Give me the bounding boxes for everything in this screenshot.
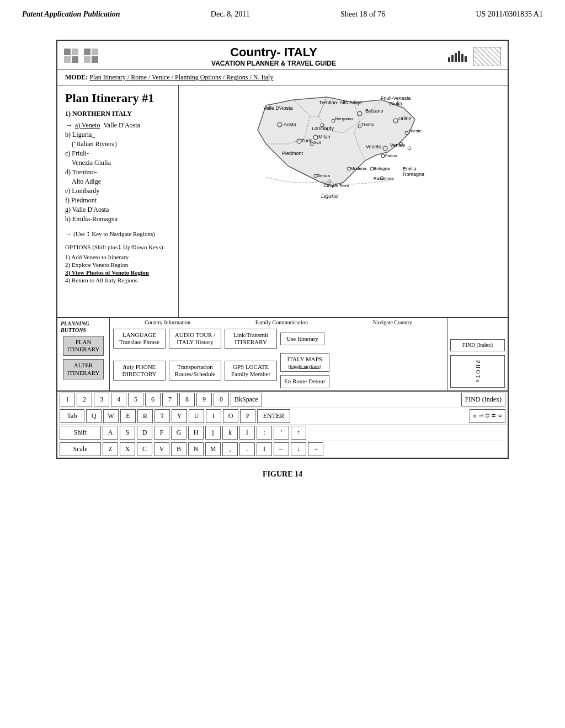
transportation-button[interactable]: Transportation Routes/Schedule bbox=[169, 361, 221, 381]
key-8[interactable]: 8 bbox=[179, 393, 195, 406]
key-l[interactable]: l bbox=[239, 426, 255, 440]
key-a[interactable]: A bbox=[103, 426, 118, 440]
key-z[interactable]: Z bbox=[103, 442, 118, 456]
title-bar-left bbox=[64, 49, 99, 64]
planning-buttons: PLAN ITINERARY ALTER ITINERARY bbox=[61, 334, 106, 382]
key-e[interactable]: E bbox=[120, 409, 136, 423]
key-period[interactable]: . bbox=[239, 442, 255, 456]
alter-itinerary-button[interactable]: ALTER ITINERARY bbox=[63, 359, 104, 379]
key-down[interactable]: ↓ bbox=[291, 442, 306, 456]
mode-label: MODE: bbox=[65, 73, 88, 81]
buttons-section: PLANNING BUTTONS PLAN ITINERARY ALTER IT… bbox=[57, 318, 508, 391]
plan-itinerary-line1: PLAN bbox=[76, 339, 92, 346]
list-item: f) Piedmont bbox=[65, 196, 170, 205]
key-n[interactable]: N bbox=[188, 442, 204, 456]
list-item[interactable]: → a) Veneto Valle D'Aosta bbox=[65, 120, 170, 130]
key-colon[interactable]: : bbox=[257, 426, 272, 440]
key-w[interactable]: W bbox=[103, 409, 119, 423]
key-up[interactable]: ↑ bbox=[291, 426, 306, 440]
link-transmit-button[interactable]: Link/Transmit ITINERARY bbox=[225, 329, 277, 349]
key-shift[interactable]: Shift bbox=[60, 426, 101, 440]
map-label-bologna: Bologna bbox=[374, 166, 390, 171]
key-5[interactable]: 5 bbox=[128, 393, 143, 406]
options-header: OPTIONS (Shift plus↕ Up/Down Keys): bbox=[65, 243, 170, 251]
map-area: Trentino- Alto Adige Bolzano Friuli-Vene… bbox=[179, 85, 508, 317]
mode-bar: MODE: Plan Itinerary / Rome / Venice / P… bbox=[57, 70, 508, 85]
plan-itinerary-button[interactable]: PLAN ITINERARY bbox=[63, 336, 104, 356]
grid-icon2 bbox=[84, 49, 99, 64]
key-left[interactable]: ← bbox=[274, 442, 289, 456]
key-9[interactable]: 9 bbox=[196, 393, 212, 406]
header-country-info: Country Information bbox=[145, 319, 190, 325]
key-find[interactable]: FIND (Index) bbox=[461, 393, 505, 406]
key-phot-right[interactable]: PHOTo bbox=[470, 409, 505, 423]
key-0[interactable]: 0 bbox=[214, 393, 229, 406]
audio-tour-button[interactable]: AUDIO TOUR / ITALY History bbox=[169, 329, 221, 349]
country-title: Country- ITALY bbox=[99, 45, 448, 60]
key-r[interactable]: R bbox=[137, 409, 153, 423]
italy-maps-line1: ITALY MAPS bbox=[287, 356, 322, 363]
phot-label: P H O T o bbox=[475, 360, 481, 382]
key-comma[interactable]: , bbox=[222, 442, 238, 456]
key-s[interactable]: S bbox=[120, 426, 135, 440]
key-scale[interactable]: Scale bbox=[60, 442, 101, 456]
italy-maps-button[interactable]: ITALY MAPS (toggle anytime) bbox=[280, 353, 329, 372]
key-b[interactable]: B bbox=[171, 442, 186, 456]
option-item-highlight: 3) View Photos of Veneto Region bbox=[65, 269, 170, 276]
phone-directory-button[interactable]: Italy PHONE DIRECTORY bbox=[113, 361, 166, 381]
key-quote[interactable]: ' bbox=[274, 426, 289, 440]
gps-locate-button[interactable]: GPS LOCATE Family Member bbox=[225, 361, 277, 381]
use-itinerary-button[interactable]: Use Itinerary bbox=[280, 333, 324, 345]
key-x[interactable]: X bbox=[120, 442, 135, 456]
key-f[interactable]: F bbox=[154, 426, 169, 440]
key-i[interactable]: I bbox=[206, 409, 221, 423]
keyboard-section: 1 2 3 4 5 6 7 8 9 0 BkSpace FIND (Index)… bbox=[57, 391, 508, 458]
right-nav-buttons: ITALY MAPS (toggle anytime) En Route Det… bbox=[279, 352, 331, 389]
key-right[interactable]: → bbox=[308, 442, 323, 456]
key-g[interactable]: G bbox=[171, 426, 186, 440]
svg-rect-13 bbox=[465, 56, 467, 62]
key-3[interactable]: 3 bbox=[94, 393, 109, 406]
status-icons bbox=[448, 47, 501, 66]
key-y[interactable]: Y bbox=[172, 409, 187, 423]
language-line2: Translate Phrase bbox=[119, 339, 159, 346]
key-k[interactable]: k bbox=[222, 426, 238, 440]
key-q[interactable]: Q bbox=[86, 409, 102, 423]
find-index-button[interactable]: FIND (Index) bbox=[450, 339, 505, 351]
key-t[interactable]: T bbox=[154, 409, 170, 423]
key-tab[interactable]: Tab bbox=[60, 409, 84, 423]
phot-button[interactable]: P H O T o bbox=[450, 355, 505, 388]
col-headers: Country Information Family Communication… bbox=[110, 318, 447, 326]
gps-line2: Family Member bbox=[231, 371, 270, 378]
header-navigate: Navigate Country bbox=[373, 319, 412, 325]
key-7[interactable]: 7 bbox=[162, 393, 178, 406]
key-backspace[interactable]: BkSpace bbox=[231, 393, 262, 406]
map-label-giulia: Giulia bbox=[389, 101, 402, 106]
bottom-panel: PLANNING BUTTONS PLAN ITINERARY ALTER IT… bbox=[57, 317, 508, 458]
key-1[interactable]: 1 bbox=[60, 393, 75, 406]
key-6[interactable]: 6 bbox=[145, 393, 161, 406]
list-item: b) Liguria_ bbox=[65, 130, 170, 140]
region-a-label: a) Veneto bbox=[75, 121, 100, 130]
en-route-detour-button[interactable]: En Route Detour bbox=[280, 375, 329, 388]
language-button[interactable]: LANGUAGE Translate Phrase bbox=[113, 329, 166, 349]
key-enter[interactable]: ENTER bbox=[257, 409, 290, 423]
key-o[interactable]: O bbox=[223, 409, 238, 423]
key-2[interactable]: 2 bbox=[77, 393, 92, 406]
map-label-bolzano: Bolzano bbox=[365, 108, 383, 114]
arrow-icon: → bbox=[65, 121, 73, 130]
option-item: 2) Explore Veneto Region bbox=[65, 261, 170, 269]
key-j[interactable]: j bbox=[205, 426, 221, 440]
list-item: Alto Adige bbox=[65, 177, 170, 186]
plan-itinerary-line2: ITINERARY bbox=[67, 346, 100, 353]
key-h[interactable]: H bbox=[188, 426, 204, 440]
key-slash[interactable]: I bbox=[257, 442, 272, 456]
key-v[interactable]: V bbox=[154, 442, 169, 456]
key-c[interactable]: C bbox=[137, 442, 152, 456]
key-4[interactable]: 4 bbox=[111, 393, 126, 406]
navigate-text: (Use ↕ Key to Navigate Regions) bbox=[73, 229, 155, 238]
key-u[interactable]: U bbox=[189, 409, 204, 423]
key-p[interactable]: P bbox=[240, 409, 255, 423]
key-d[interactable]: D bbox=[137, 426, 152, 440]
key-m[interactable]: M bbox=[205, 442, 221, 456]
